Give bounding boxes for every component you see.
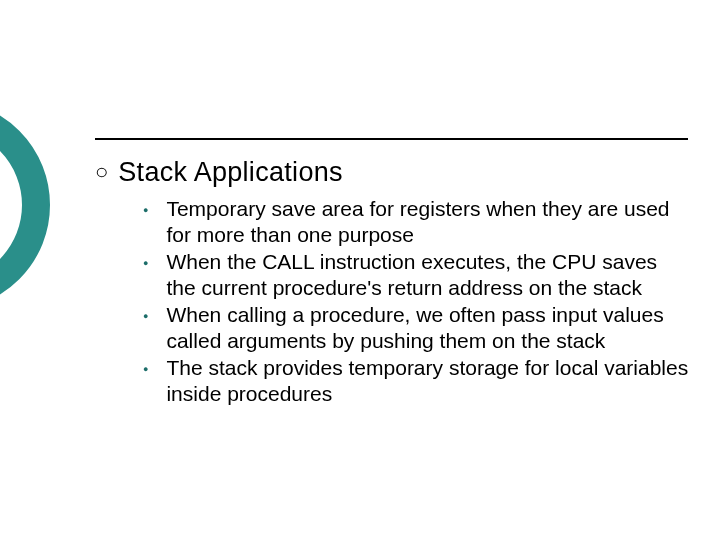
slide-heading: Stack Applications	[118, 156, 343, 188]
bullet-dot-icon: ●	[143, 250, 148, 276]
decorative-circle	[0, 100, 50, 310]
bullet-dot-icon: ●	[143, 356, 148, 382]
list-item: ● The stack provides temporary storage f…	[143, 355, 690, 407]
list-item: ● When calling a procedure, we often pas…	[143, 302, 690, 354]
slide-content: ○ Stack Applications ● Temporary save ar…	[95, 156, 690, 408]
bullet-list: ● Temporary save area for registers when…	[143, 196, 690, 407]
list-item: ● When the CALL instruction executes, th…	[143, 249, 690, 301]
bullet-dot-icon: ●	[143, 197, 148, 223]
list-item-text: Temporary save area for registers when t…	[166, 196, 690, 248]
list-item: ● Temporary save area for registers when…	[143, 196, 690, 248]
list-item-text: The stack provides temporary storage for…	[166, 355, 690, 407]
list-item-text: When calling a procedure, we often pass …	[166, 302, 690, 354]
bullet-dot-icon: ●	[143, 303, 148, 329]
heading-row: ○ Stack Applications	[95, 156, 690, 188]
list-item-text: When the CALL instruction executes, the …	[166, 249, 690, 301]
open-bullet-icon: ○	[95, 156, 108, 188]
horizontal-rule	[95, 138, 688, 140]
